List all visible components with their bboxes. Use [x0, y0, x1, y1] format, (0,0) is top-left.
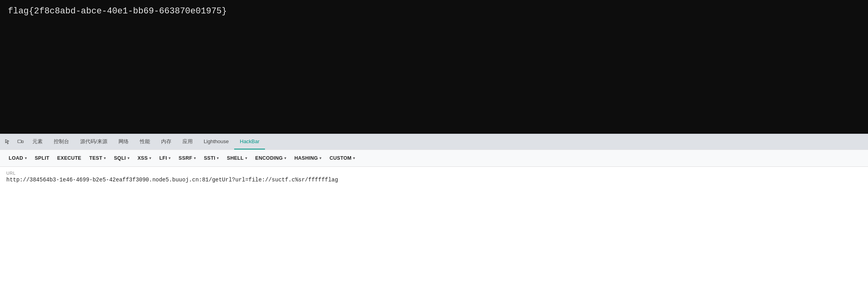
device-toolbar-btn[interactable]: [14, 134, 27, 149]
tab-memory[interactable]: 内存: [156, 134, 177, 149]
inspect-icon-btn[interactable]: [2, 134, 14, 149]
device-icon: [17, 139, 24, 145]
custom-dropdown-arrow: ▾: [353, 156, 355, 160]
tab-elements[interactable]: 元素: [27, 134, 48, 149]
tab-application[interactable]: 应用: [177, 134, 198, 149]
tab-console[interactable]: 控制台: [48, 134, 75, 149]
custom-button[interactable]: CUSTOM ▾: [325, 153, 359, 163]
lfi-button[interactable]: LFI ▾: [155, 153, 175, 163]
hackbar-toolbar: LOAD ▾ SPLIT EXECUTE TEST ▾ SQLI ▾ XSS ▾…: [0, 149, 868, 167]
load-button[interactable]: LOAD ▾: [5, 153, 31, 163]
encoding-button[interactable]: ENCODING ▾: [251, 153, 290, 163]
main-content: flag{2f8c8abd-abce-40e1-bb69-663870e0197…: [0, 0, 868, 134]
url-label: URL: [6, 171, 862, 176]
xss-dropdown-arrow: ▾: [149, 156, 151, 160]
tab-network[interactable]: 网络: [113, 134, 134, 149]
tab-hackbar[interactable]: HackBar: [234, 134, 265, 149]
encoding-dropdown-arrow: ▾: [284, 156, 286, 160]
tab-performance[interactable]: 性能: [134, 134, 156, 149]
sqli-dropdown-arrow: ▾: [128, 156, 130, 160]
devtools-tabs-bar: 元素 控制台 源代码/来源 网络 性能 内存 应用 Lighthouse Hac…: [0, 134, 868, 149]
xss-button[interactable]: XSS ▾: [133, 153, 155, 163]
load-dropdown-arrow: ▾: [25, 156, 27, 160]
svg-rect-0: [18, 140, 21, 143]
tab-sources[interactable]: 源代码/来源: [75, 134, 113, 149]
test-button[interactable]: TEST ▾: [85, 153, 110, 163]
svg-rect-1: [22, 141, 23, 143]
flag-text: flag{2f8c8abd-abce-40e1-bb69-663870e0197…: [8, 6, 227, 16]
ssti-dropdown-arrow: ▾: [217, 156, 219, 160]
sqli-button[interactable]: SQLI ▾: [110, 153, 133, 163]
execute-button[interactable]: EXECUTE: [53, 153, 85, 163]
test-dropdown-arrow: ▾: [104, 156, 106, 160]
hashing-dropdown-arrow: ▾: [319, 156, 321, 160]
ssti-button[interactable]: SSTI ▾: [200, 153, 223, 163]
hashing-button[interactable]: HASHING ▾: [290, 153, 325, 163]
url-value: http://384564b3-1e46-4699-b2e5-42eaff3f3…: [6, 177, 862, 183]
ssrf-dropdown-arrow: ▾: [194, 156, 196, 160]
lfi-dropdown-arrow: ▾: [169, 156, 171, 160]
ssrf-button[interactable]: SSRF ▾: [175, 153, 200, 163]
shell-dropdown-arrow: ▾: [245, 156, 247, 160]
url-section: URL http://384564b3-1e46-4699-b2e5-42eaf…: [0, 167, 868, 295]
split-button[interactable]: SPLIT: [31, 153, 53, 163]
inspect-icon: [5, 139, 11, 145]
tab-lighthouse[interactable]: Lighthouse: [198, 134, 235, 149]
shell-button[interactable]: SHELL ▾: [223, 153, 252, 163]
